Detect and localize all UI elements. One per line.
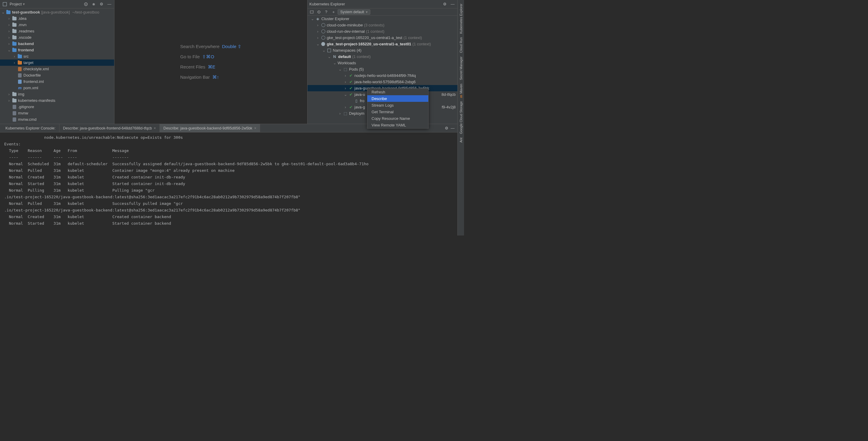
refresh-icon[interactable] (316, 9, 322, 15)
right-stripe-tab[interactable]: Secret Manager (459, 55, 463, 82)
console-panel-label: Kubernetes Explorer Console: (2, 124, 59, 132)
project-root-path: ~/test-guestboo (72, 10, 99, 14)
project-item[interactable]: frontend.iml (0, 78, 114, 85)
project-panel-header: Project ▾ ⚙ — (0, 0, 114, 8)
pods-group-row[interactable]: ⌄ ⬚ Pods (5) (308, 66, 458, 72)
pod-row[interactable]: ›✔java-hello-world-57598df584-2xbg6 (308, 79, 458, 85)
project-item[interactable]: ›.idea (0, 15, 114, 22)
context-menu-item[interactable]: Refresh (367, 89, 428, 95)
right-tool-stripe: Kubernetes ExplorerCloud RunSecret Manag… (458, 0, 464, 235)
svg-rect-3 (310, 11, 313, 13)
namespace-default-row[interactable]: ⌄ N default (1 context) (308, 54, 458, 60)
project-title[interactable]: Project ▾ (10, 2, 25, 6)
console-output[interactable]: node.kubernetes.io/unreachable:NoExecute… (0, 132, 458, 235)
project-item[interactable]: ›target (0, 60, 114, 66)
cluster-row[interactable]: ›cloud-run-dev-internal (1 context) (308, 28, 458, 35)
pod-context-menu: RefreshDescribeStream LogsGet TerminalCo… (367, 88, 429, 129)
project-item[interactable]: ›.mvn (0, 22, 114, 28)
project-item[interactable]: ›src (0, 53, 114, 60)
console-panel: Kubernetes Explorer Console: Describe: j… (0, 124, 458, 235)
project-item[interactable]: .gitignore (0, 104, 114, 110)
project-item[interactable]: mvnw.cmd (0, 116, 114, 123)
svg-rect-0 (3, 2, 7, 6)
console-tab[interactable]: Describe: java-guestbook-frontend-648dd7… (59, 124, 160, 132)
context-menu-item[interactable]: Describe (367, 95, 428, 102)
hint-goto: Go to File ⇧⌘O (180, 52, 242, 62)
svg-point-2 (86, 4, 87, 4)
project-root-bracket: [java-guestbook] (41, 10, 70, 14)
project-item[interactable]: ⌄frontend (0, 47, 114, 53)
minimize-icon[interactable]: — (450, 125, 456, 131)
plus-icon[interactable]: ＋ (330, 9, 336, 15)
gear-icon[interactable]: ⚙ (444, 125, 450, 131)
right-stripe-tab[interactable]: mMaven (459, 82, 463, 100)
project-icon (2, 1, 8, 7)
context-combo[interactable]: System default▾ (338, 9, 370, 15)
project-item[interactable]: ›img (0, 91, 114, 97)
kube-panel-title: Kubernetes Explorer (309, 2, 345, 6)
kube-panel-header: Kubernetes Explorer ⚙ — (308, 0, 458, 8)
workloads-row[interactable]: ⌄ Workloads (308, 60, 458, 66)
hint-recent: Recent Files ⌘E (180, 62, 242, 72)
project-item[interactable]: ›kubernetes-manifests (0, 97, 114, 104)
right-stripe-tab[interactable]: Ant (459, 136, 463, 145)
hint-search: Search Everywhere Double ⇧ (180, 41, 242, 52)
right-stripe-tab[interactable]: Cloud Run (459, 35, 463, 55)
editor-empty-state: Search Everywhere Double ⇧ Go to File ⇧⌘… (115, 0, 307, 124)
namespaces-row[interactable]: ⌄ Namespaces (4) (308, 47, 458, 54)
project-item[interactable]: checkstyle.xml (0, 66, 114, 72)
cluster-row[interactable]: ⌄gke_test-project-165220_us-central1-a_t… (308, 41, 458, 47)
project-root-row[interactable]: ⌄ test-guestbook [java-guestbook] ~/test… (0, 9, 114, 15)
cluster-explorer-root[interactable]: ⌄ ◈ Cluster Explorer (308, 15, 458, 22)
locate-icon[interactable] (83, 1, 89, 7)
cluster-row[interactable]: ›gke_test-project-165220_us-central1-a_t… (308, 35, 458, 41)
help-icon[interactable]: ? (323, 9, 329, 15)
context-menu-item[interactable]: Stream Logs (367, 102, 428, 108)
pod-row[interactable]: ›✔nodejs-hello-world-b46944f99-7ft4q (308, 72, 458, 79)
gear-icon[interactable]: ⚙ (442, 1, 448, 7)
project-item[interactable]: ›backend (0, 40, 114, 47)
right-stripe-tab[interactable]: Kubernetes Explorer (459, 2, 463, 35)
project-item[interactable]: ›.vscode (0, 34, 114, 40)
project-item[interactable]: mpom.xml (0, 85, 114, 91)
close-icon[interactable]: × (154, 126, 156, 130)
project-root-name: test-guestbook (12, 10, 40, 14)
gear-icon[interactable]: ⚙ (98, 1, 104, 7)
kubernetes-explorer-panel: Kubernetes Explorer ⚙ — ? ＋ System defau… (307, 0, 458, 124)
project-tool-window: Project ▾ ⚙ — ⌄ test-guestbook [java-gue… (0, 0, 115, 124)
hint-navbar: Navigation Bar ⌘↑ (180, 72, 242, 82)
minimize-icon[interactable]: — (450, 1, 456, 7)
close-icon[interactable]: × (254, 126, 256, 130)
right-stripe-tab[interactable]: Google Cloud Storage (459, 99, 463, 136)
console-tab[interactable]: Describe: java-guestbook-backend-9df85d8… (160, 124, 260, 132)
project-tree[interactable]: ⌄ test-guestbook [java-guestbook] ~/test… (0, 8, 114, 124)
cluster-row[interactable]: ›cloud-code-minikube (3 contexts) (308, 22, 458, 28)
add-cluster-icon[interactable] (309, 9, 315, 15)
context-menu-item[interactable]: View Remote YAML (367, 122, 428, 128)
kube-toolbar: ? ＋ System default▾ (308, 8, 458, 15)
project-item[interactable]: ›.readmes (0, 28, 114, 34)
project-item[interactable]: mvnw (0, 110, 114, 116)
expand-all-icon[interactable] (91, 1, 97, 7)
project-item[interactable]: Dockerfile (0, 72, 114, 78)
minimize-icon[interactable]: — (106, 1, 112, 7)
context-menu-item[interactable]: Copy Resource Name (367, 115, 428, 122)
context-menu-item[interactable]: Get Terminal (367, 108, 428, 115)
